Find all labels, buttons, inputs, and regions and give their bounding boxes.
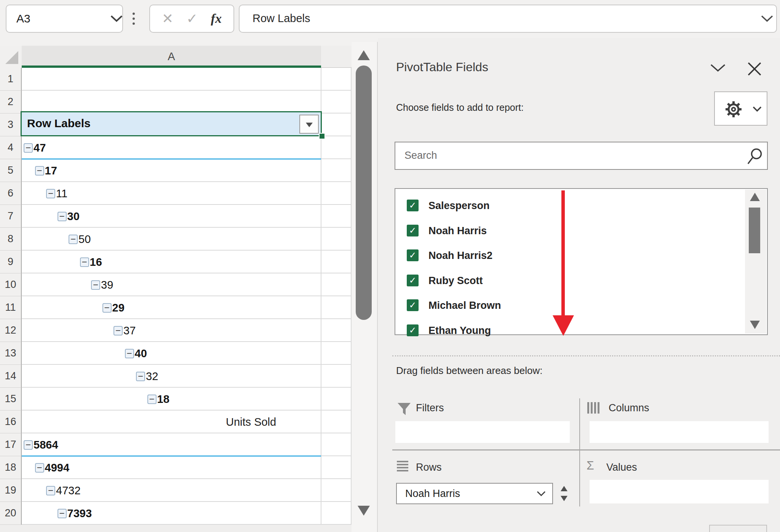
row-header-6[interactable]: 6 [0, 182, 22, 205]
insert-function-icon[interactable]: fx [211, 11, 222, 26]
collapse-button-row-11[interactable]: − [102, 303, 112, 313]
rows-area-field-chip[interactable]: Noah Harris [396, 483, 553, 504]
row-header-10[interactable]: 10 [0, 273, 22, 296]
pivot-value-row-6[interactable]: 11 [56, 182, 67, 205]
pivot-value-row-12[interactable]: 37 [123, 319, 136, 342]
areas-vertical-divider [579, 398, 580, 506]
field-item-label[interactable]: Ruby Scott [428, 275, 483, 287]
panel-collapse-chevron-icon[interactable] [710, 63, 726, 73]
collapse-button-row-19[interactable]: − [46, 486, 55, 495]
field-checkbox-checked[interactable]: ✓ [407, 324, 419, 336]
collapse-button-row-9[interactable]: − [80, 257, 89, 267]
field-item-label[interactable]: Noah Harris [428, 225, 487, 237]
collapse-button-row-20[interactable]: − [58, 509, 67, 518]
scroll-down-icon[interactable] [358, 506, 370, 516]
pivot-label-row-16[interactable]: Units Sold [226, 411, 276, 433]
pivot-value-row-15[interactable]: 18 [157, 388, 169, 411]
search-icon[interactable] [746, 148, 763, 166]
formula-bar[interactable]: Row Labels [239, 5, 777, 33]
pivot-value-row-13[interactable]: 40 [135, 342, 147, 365]
row-header-12[interactable]: 12 [0, 319, 22, 342]
row-header-3[interactable]: 3 [0, 113, 22, 136]
scroll-up-icon[interactable] [358, 50, 370, 60]
collapse-button-row-5[interactable]: − [35, 166, 44, 176]
collapse-button-row-13[interactable]: − [125, 349, 134, 358]
filters-drop-area[interactable] [395, 421, 570, 443]
field-move-up-icon[interactable] [561, 486, 567, 491]
panel-close-icon[interactable] [746, 61, 762, 77]
row-header-20[interactable]: 20 [0, 502, 22, 525]
column-header-b[interactable] [321, 46, 352, 68]
row-header-13[interactable]: 13 [0, 342, 22, 365]
row-header-2[interactable]: 2 [0, 91, 22, 113]
collapse-button-row-15[interactable]: − [147, 395, 157, 404]
collapse-button-row-8[interactable]: − [69, 235, 78, 244]
row-labels-filter-button[interactable] [299, 115, 319, 134]
row-header-17[interactable]: 17 [0, 433, 22, 456]
field-item-label[interactable]: Michael Brown [428, 299, 501, 312]
column-header-a[interactable]: A [22, 46, 321, 68]
pivot-value-row-20[interactable]: 7393 [67, 502, 92, 525]
pivot-value-row-5[interactable]: 17 [45, 159, 57, 182]
row-header-15[interactable]: 15 [0, 388, 22, 411]
pivot-value-row-19[interactable]: 4732 [56, 479, 81, 502]
pivot-value-row-18[interactable]: 4994 [45, 456, 70, 479]
select-all-corner[interactable] [0, 46, 22, 68]
formula-bar-expand-chevron-icon[interactable] [761, 14, 774, 23]
field-checkbox-checked[interactable]: ✓ [407, 200, 419, 211]
row-header-1[interactable]: 1 [0, 68, 22, 91]
row-header-8[interactable]: 8 [0, 228, 22, 251]
values-drop-area[interactable] [590, 480, 769, 503]
row-header-11[interactable]: 11 [0, 296, 22, 319]
areas-horizontal-divider [392, 449, 780, 451]
collapse-button-row-17[interactable]: − [24, 440, 33, 450]
toolbar-options-dots-icon[interactable] [133, 10, 135, 27]
field-item-label[interactable]: Ethan Young [428, 324, 491, 337]
row-header-19[interactable]: 19 [0, 479, 22, 502]
search-input[interactable]: Search [395, 142, 768, 170]
field-checkbox-checked[interactable]: ✓ [407, 275, 419, 286]
columns-drop-area[interactable] [590, 421, 769, 443]
collapse-button-row-4[interactable]: − [24, 143, 33, 153]
panel-title: PivotTable Fields [396, 60, 488, 74]
field-checkbox-checked[interactable]: ✓ [407, 225, 419, 236]
row-header-9[interactable]: 9 [0, 251, 22, 273]
enter-icon[interactable]: ✓ [186, 11, 198, 27]
sheet-scrollbar-thumb[interactable] [356, 66, 372, 320]
field-item-label[interactable]: Salesperson [428, 200, 490, 212]
fill-handle[interactable] [319, 133, 325, 139]
row-header-4[interactable]: 4 [0, 136, 22, 159]
pivot-value-row-9[interactable]: 16 [90, 251, 102, 273]
row-header-5[interactable]: 5 [0, 159, 22, 182]
chevron-down-icon[interactable] [110, 14, 123, 23]
field-list-scroll-down-icon[interactable] [750, 321, 760, 329]
row-header-7[interactable]: 7 [0, 205, 22, 228]
collapse-button-row-18[interactable]: − [35, 463, 44, 473]
pivot-value-row-8[interactable]: 50 [78, 228, 91, 251]
row-header-14[interactable]: 14 [0, 365, 22, 388]
field-item-label[interactable]: Noah Harris2 [428, 249, 492, 262]
cancel-icon[interactable]: ✕ [162, 11, 173, 27]
field-chip-dropdown-chevron-icon[interactable] [536, 490, 546, 497]
field-checkbox-checked[interactable]: ✓ [407, 249, 419, 261]
field-move-down-icon[interactable] [561, 496, 567, 501]
pivot-value-row-7[interactable]: 30 [67, 205, 80, 228]
pivot-value-row-11[interactable]: 29 [112, 296, 125, 319]
collapse-button-row-7[interactable]: − [58, 212, 67, 221]
collapse-button-row-12[interactable]: − [113, 326, 123, 335]
field-list-scrollbar-thumb[interactable] [749, 208, 760, 253]
name-box[interactable]: A3 [6, 5, 123, 33]
field-checkbox-checked[interactable]: ✓ [407, 299, 419, 311]
row-header-18[interactable]: 18 [0, 456, 22, 479]
collapse-button-row-14[interactable]: − [136, 372, 145, 381]
row-header-16[interactable]: 16 [0, 411, 22, 433]
update-button-partial[interactable] [709, 525, 767, 532]
collapse-button-row-10[interactable]: − [91, 280, 100, 290]
pivot-value-row-17[interactable]: 5864 [34, 433, 58, 456]
pivot-value-row-10[interactable]: 39 [101, 273, 113, 296]
pivot-value-row-4[interactable]: 47 [34, 136, 46, 159]
tools-button[interactable] [714, 91, 767, 126]
pivot-value-row-14[interactable]: 32 [146, 365, 158, 388]
field-list-scroll-up-icon[interactable] [750, 193, 760, 201]
collapse-button-row-6[interactable]: − [46, 189, 55, 198]
